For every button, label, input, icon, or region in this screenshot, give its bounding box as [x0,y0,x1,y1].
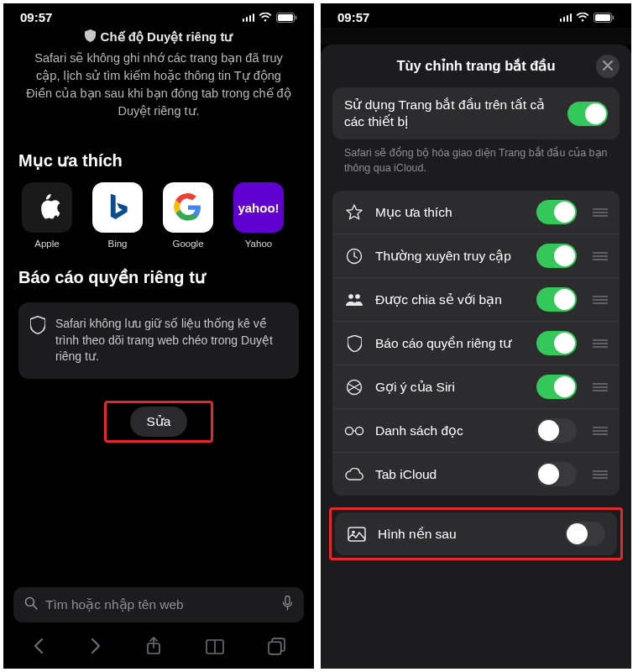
drag-handle-icon[interactable] [593,296,608,304]
address-bar[interactable]: Tìm hoặc nhập tên web [13,587,304,622]
tabs-icon[interactable] [268,638,285,655]
wifi-icon [259,13,272,23]
status-time: 09:57 [20,10,52,24]
option-row-star: Mục ưa thích [332,191,620,234]
option-row-glasses: Danh sách đọc [332,408,620,452]
svg-line-4 [34,606,38,610]
shield-icon [30,316,45,338]
svg-rect-7 [269,642,281,654]
private-mode-banner: Chế độ Duyệt riêng tư Safari sẽ không gh… [18,28,299,132]
status-indicators [560,13,615,23]
image-icon [347,527,367,542]
edit-button[interactable]: Sửa [130,407,188,437]
wifi-icon [576,13,589,23]
bg-image-label: Hình nền sau [378,526,554,543]
close-button[interactable] [596,55,620,78]
sync-row: Sử dụng Trang bắt đầu trên tất cả các th… [332,87,620,139]
sync-group: Sử dụng Trang bắt đầu trên tất cả các th… [332,87,620,139]
svg-point-18 [348,294,353,299]
cellular-icon [560,13,573,22]
right-phone-customize-sheet: 09:57 Tùy chỉnh trang bắt đầu Sử dụng Tr… [321,3,631,669]
favorite-apple[interactable]: Apple [18,182,76,249]
svg-point-39 [352,530,355,533]
drag-handle-icon[interactable] [593,252,608,260]
option-toggle[interactable] [536,331,577,355]
sheet-container: Tùy chỉnh trang bắt đầu Sử dụng Trang bắ… [321,28,631,669]
privacy-report-heading: Báo cáo quyền riêng tư [18,267,299,287]
bg-image-toggle[interactable] [565,522,605,546]
battery-icon [276,13,297,23]
status-bar: 09:57 [321,3,631,28]
private-mode-title: Chế độ Duyệt riêng tư [101,29,233,45]
option-label: Mục ưa thích [375,204,526,221]
svg-rect-9 [595,14,610,21]
favorites-heading: Mục ưa thích [18,150,299,171]
search-placeholder: Tìm hoặc nhập tên web [45,597,275,612]
sheet-header: Tùy chỉnh trang bắt đầu [321,58,631,87]
sync-label: Sử dụng Trang bắt đầu trên tất cả các th… [344,97,557,130]
toolbar [3,627,314,669]
svg-rect-38 [348,528,365,541]
sheet-title: Tùy chỉnh trang bắt đầu [396,58,555,74]
option-toggle[interactable] [536,200,577,224]
option-label: Thường xuyên truy cập [375,248,526,265]
sync-toggle[interactable] [567,102,608,126]
privacy-report-card[interactable]: Safari không lưu giữ số liệu thống kê về… [18,302,299,379]
favorites-row: Apple Bing Google yahoo! Yahoo [18,182,299,249]
option-toggle[interactable] [536,462,577,486]
drag-handle-icon[interactable] [593,383,608,391]
left-phone-safari: 09:57 Chế độ Duyệt riêng tư Safari sẽ kh… [3,3,314,669]
option-row-shield: Báo cáo quyền riêng tư [332,321,620,365]
cloud-icon [344,468,364,480]
highlight-bg-image-row: Hình nền sau [329,507,623,560]
microphone-icon[interactable] [282,596,293,614]
clock-icon [344,248,364,265]
apple-logo-icon [22,182,72,233]
highlight-edit-button: Sửa [104,401,214,443]
option-toggle[interactable] [536,287,577,312]
favorite-label: Yahoo [245,239,272,249]
favorite-label: Google [172,239,203,249]
privacy-report-text: Safari không lưu giữ số liệu thống kê về… [55,316,287,365]
drag-handle-icon[interactable] [593,339,608,348]
status-time: 09:57 [337,10,369,24]
favorite-google[interactable]: Google [160,182,217,249]
star-icon [344,204,364,221]
sync-note: Safari sẽ đồng bộ hóa giao diện Trang bắ… [321,139,631,191]
favorite-yahoo[interactable]: yahoo! Yahoo [230,182,287,249]
start-page-content: Chế độ Duyệt riêng tư Safari sẽ không gh… [3,28,314,587]
share-icon[interactable] [146,637,161,655]
battery-icon [594,13,614,23]
dimmed-background[interactable] [321,28,631,45]
shield-icon [85,29,96,45]
sheet-body[interactable]: Sử dụng Trang bắt đầu trên tất cả các th… [321,87,631,660]
option-toggle[interactable] [536,418,577,443]
option-row-people: Được chia sẻ với bạn [332,277,620,321]
option-label: Danh sách đọc [375,423,526,439]
background-image-row: Hình nền sau [335,512,617,555]
svg-point-19 [355,294,360,299]
forward-icon[interactable] [89,638,102,654]
drag-handle-icon[interactable] [593,427,608,435]
bookmarks-icon[interactable] [206,638,224,654]
status-bar: 09:57 [3,3,314,28]
option-toggle[interactable] [536,375,577,399]
drag-handle-icon[interactable] [593,470,608,479]
drag-handle-icon[interactable] [593,208,608,217]
svg-rect-5 [285,596,290,605]
google-logo-icon [163,182,213,233]
option-label: Gợi ý của Siri [375,379,526,396]
option-label: Tab iCloud [375,466,526,483]
option-label: Được chia sẻ với bạn [375,291,526,308]
search-icon [24,596,38,613]
yahoo-logo-icon: yahoo! [233,182,284,233]
option-row-siri: Gợi ý của Siri [332,365,620,408]
bing-logo-icon [92,182,143,233]
siri-icon [344,379,364,396]
option-toggle[interactable] [536,244,577,268]
options-group: Mục ưa thíchThường xuyên truy cậpĐược ch… [332,191,620,496]
favorite-bing[interactable]: Bing [89,182,146,249]
cellular-icon [243,13,255,22]
back-icon[interactable] [32,638,45,654]
option-row-clock: Thường xuyên truy cập [332,234,620,277]
